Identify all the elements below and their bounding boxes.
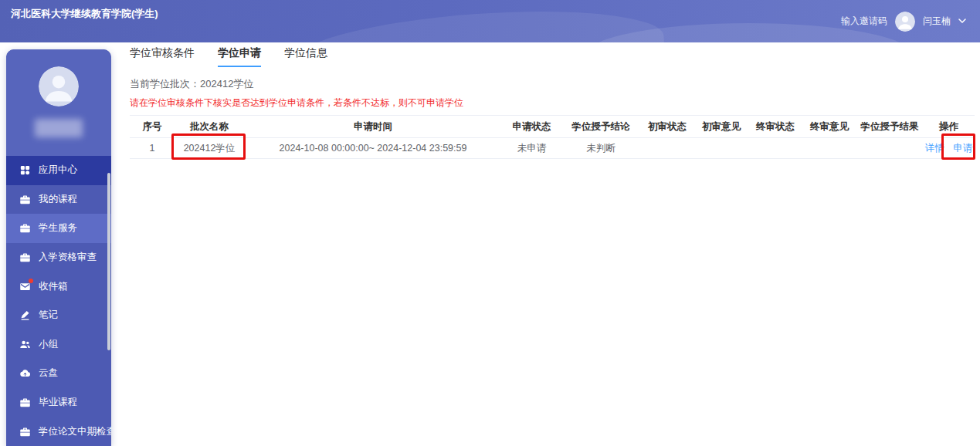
sidebar-item-enrollment-review[interactable]: 入学资格审查 <box>6 243 111 272</box>
briefcase-icon <box>19 194 31 205</box>
cell-apply-time: 2024-10-08 00:00:00~ 2024-12-04 23:59:59 <box>244 138 502 159</box>
sidebar-item-thesis-midterm-check[interactable]: 学位论文中期检查表 <box>6 417 111 446</box>
sidebar-item-label: 入学资格审查 <box>39 251 97 264</box>
sidebar-item-label: 学生服务 <box>39 221 77 235</box>
tab-degree-review-conditions[interactable]: 学位审核条件 <box>130 46 195 66</box>
sidebar-item-label: 云盘 <box>39 367 58 380</box>
chevron-down-icon[interactable] <box>958 19 966 24</box>
table-row: 1 202412学位 2024-10-08 00:00:00~ 2024-12-… <box>130 138 975 159</box>
current-batch-label: 当前学位批次：202412学位 <box>130 77 975 91</box>
col-apply-time: 申请时间 <box>244 116 502 138</box>
warning-text: 请在学位审核条件下核实是否达到学位申请条件，若条件不达标，则不可申请学位 <box>130 96 975 108</box>
main-content: 学位审核条件 学位申请 学位信息 当前学位批次：202412学位 请在学位审核条… <box>130 46 975 159</box>
cell-final-review-status <box>748 138 802 159</box>
annotation-box-batch-name <box>171 133 246 160</box>
annotation-box-apply-link <box>941 133 975 160</box>
col-degree-conclusion: 学位授予结论 <box>561 116 640 138</box>
mail-icon <box>19 281 31 292</box>
col-final-review-status: 终审状态 <box>748 116 802 138</box>
briefcase-icon <box>19 426 31 438</box>
sidebar-item-graduation-courses[interactable]: 毕业课程 <box>6 388 111 417</box>
col-seq: 序号 <box>130 116 175 138</box>
sidebar-item-label: 收件箱 <box>39 280 68 293</box>
sidebar: 应用中心 我的课程 学生服务 入学资格审查 收件箱 <box>6 49 111 446</box>
redacted-username <box>35 119 83 137</box>
sidebar-menu: 应用中心 我的课程 学生服务 入学资格审查 收件箱 <box>6 156 111 446</box>
cell-first-review-status <box>640 138 694 159</box>
sidebar-item-label: 毕业课程 <box>39 396 77 409</box>
app-title: 河北医科大学继续教育学院(学生) <box>11 7 161 22</box>
app-header: 河北医科大学继续教育学院(学生) 输入邀请码 闫玉楠 <box>0 0 980 42</box>
briefcase-icon <box>19 397 31 408</box>
cell-apply-status: 未申请 <box>502 138 561 159</box>
col-final-review-opinion: 终审意见 <box>802 116 856 138</box>
unread-badge <box>29 279 33 283</box>
sidebar-item-groups[interactable]: 小组 <box>6 330 111 360</box>
briefcase-icon <box>19 222 31 234</box>
app-grid-icon <box>19 164 31 176</box>
sidebar-item-label: 笔记 <box>39 309 58 322</box>
profile-avatar <box>39 66 79 106</box>
sidebar-item-label: 学位论文中期检查表 <box>39 425 111 438</box>
sidebar-item-cloud-drive[interactable]: 云盘 <box>6 359 111 388</box>
tab-degree-application[interactable]: 学位申请 <box>218 46 261 67</box>
sidebar-item-my-courses[interactable]: 我的课程 <box>6 185 111 215</box>
col-apply-status: 申请状态 <box>502 116 561 138</box>
cell-first-review-opinion <box>694 138 748 159</box>
sidebar-item-label: 小组 <box>39 338 58 351</box>
tab-degree-info[interactable]: 学位信息 <box>284 46 327 66</box>
briefcase-icon <box>19 252 31 263</box>
sidebar-item-app-center[interactable]: 应用中心 <box>6 156 111 185</box>
cell-degree-result <box>856 138 923 159</box>
sidebar-profile-card <box>6 49 111 156</box>
invite-code-link[interactable]: 输入邀请码 <box>841 15 887 28</box>
table-header-row: 序号 批次名称 申请时间 申请状态 学位授予结论 初审状态 初审意见 终审状态 … <box>130 116 975 138</box>
user-avatar[interactable] <box>895 12 915 32</box>
col-degree-result: 学位授予结果 <box>856 116 923 138</box>
sidebar-item-notes[interactable]: 笔记 <box>6 301 111 330</box>
pen-icon <box>19 309 31 321</box>
cell-seq: 1 <box>130 138 175 159</box>
cell-degree-conclusion: 未判断 <box>561 138 640 159</box>
sidebar-item-label: 我的课程 <box>39 193 77 206</box>
tab-bar: 学位审核条件 学位申请 学位信息 <box>130 46 975 66</box>
username[interactable]: 闫玉楠 <box>923 15 951 28</box>
sidebar-item-label: 应用中心 <box>39 164 77 177</box>
sidebar-item-inbox[interactable]: 收件箱 <box>6 272 111 301</box>
group-icon <box>19 339 31 350</box>
degree-application-table: 序号 批次名称 申请时间 申请状态 学位授予结论 初审状态 初审意见 终审状态 … <box>130 115 975 159</box>
cloud-icon <box>19 367 31 379</box>
sidebar-scrollbar[interactable] <box>107 173 110 350</box>
sidebar-item-student-services[interactable]: 学生服务 <box>6 214 111 243</box>
cell-final-review-opinion <box>802 138 856 159</box>
col-first-review-status: 初审状态 <box>640 116 694 138</box>
header-right-group: 输入邀请码 闫玉楠 <box>841 0 966 42</box>
col-first-review-opinion: 初审意见 <box>694 116 748 138</box>
